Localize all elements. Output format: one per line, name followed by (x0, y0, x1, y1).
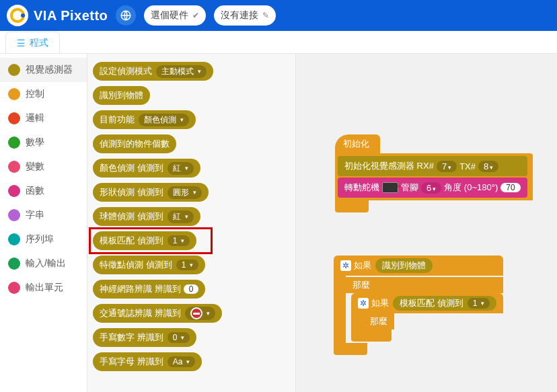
tab-program-label: 程式 (30, 37, 48, 49)
category-label: 輸出單元 (26, 282, 63, 294)
palette-block-6[interactable]: 球體偵測 偵測到紅▾ (93, 207, 200, 226)
block-dropdown[interactable]: 0▾ (168, 332, 190, 343)
then-row: 那麼 (346, 277, 503, 293)
vision-init-block[interactable]: 初始化視覺感測器 RX# 7▾ TX# 8▾ (338, 156, 527, 176)
hat-init[interactable]: 初始化 (335, 134, 380, 153)
category-label: 視覺感測器 (26, 64, 73, 76)
logic-stack[interactable]: ✲ 如果 識別到物體 那麼 ✲ 如果 模板匹配 偵測到 (334, 256, 503, 355)
block-label: 偵測到的物件個數 (100, 138, 170, 150)
category-7[interactable]: 序列埠 (0, 227, 87, 251)
category-5[interactable]: 函數 (0, 179, 87, 203)
inner-if[interactable]: ✲ 如果 模板匹配 偵測到 1▾ (351, 293, 503, 313)
vision-tx-dropdown[interactable]: 8▾ (478, 161, 498, 172)
palette-block-11[interactable]: 手寫數字 辨識到0▾ (93, 328, 196, 347)
servo-icon (382, 182, 398, 193)
if-block[interactable]: ✲ 如果 識別到物體 (334, 256, 503, 276)
block-label: 球體偵測 偵測到 (100, 210, 163, 223)
palette-block-8[interactable]: 特徵點偵測 偵測到1▾ (93, 256, 205, 274)
block-label: 特徵點偵測 偵測到 (100, 259, 172, 271)
tab-program[interactable]: ☰ 程式 (5, 32, 60, 53)
logo-icon (7, 5, 28, 26)
block-dropdown[interactable]: 顏色偵測▾ (139, 114, 189, 126)
palette-block-10[interactable]: 交通號誌辨識 辨識到▾ (93, 304, 222, 323)
connection-select[interactable]: 沒有連接 ✎ (214, 5, 276, 26)
palette-block-4[interactable]: 顏色偵測 偵測到紅▾ (93, 159, 200, 178)
block-dropdown[interactable]: 1▾ (176, 260, 199, 270)
category-1[interactable]: 控制 (0, 82, 87, 106)
category-0[interactable]: 視覺感測器 (0, 58, 87, 82)
category-6[interactable]: 字串 (0, 203, 87, 227)
category-sidebar: 視覺感測器控制邏輯數學變數函數字串序列埠輸入/輸出輸出單元 (0, 54, 87, 392)
category-dot (8, 282, 20, 294)
category-label: 數學 (26, 136, 44, 149)
block-dropdown[interactable]: 紅▾ (168, 210, 194, 223)
template-val-dropdown[interactable]: 1▾ (468, 298, 490, 309)
category-2[interactable]: 邏輯 (0, 106, 87, 130)
servo-block[interactable]: 轉動舵機 管腳 6▾ 角度 (0~180°) 70 (338, 178, 527, 198)
language-button[interactable] (116, 5, 136, 26)
block-dropdown[interactable]: 1▾ (168, 235, 190, 246)
block-oval[interactable]: 0 (184, 284, 199, 294)
palette-block-12[interactable]: 手寫字母 辨識到Aa▾ (93, 352, 202, 371)
category-label: 邏輯 (26, 112, 44, 124)
board-select[interactable]: 選個硬件 ✔ (144, 5, 206, 26)
board-select-label: 選個硬件 (151, 9, 188, 22)
if-label: 如果 (354, 260, 371, 272)
init-stack[interactable]: 初始化 初始化視覺感測器 RX# 7▾ TX# 8▾ 轉動舵機 管腳 (335, 134, 533, 212)
block-dropdown[interactable]: 主動模式▾ (156, 65, 207, 78)
category-dot (8, 112, 20, 124)
category-dot (8, 64, 20, 76)
block-label: 交通號誌辨識 辨識到 (100, 307, 181, 319)
no-entry-icon (190, 307, 202, 319)
layers-icon: ☰ (17, 38, 26, 48)
block-label: 模板匹配 偵測到 (100, 235, 163, 247)
servo-label: 轉動舵機 (344, 182, 379, 194)
block-label: 神經網路辨識 辨識到 (100, 283, 181, 295)
category-label: 字串 (26, 209, 44, 221)
category-8[interactable]: 輸入/輸出 (0, 251, 87, 276)
chevron-down-icon: ✔ (192, 11, 199, 20)
palette-block-3[interactable]: 偵測到的物件個數 (93, 134, 176, 153)
category-3[interactable]: 數學 (0, 130, 87, 155)
servo-pin-dropdown[interactable]: 6▾ (421, 182, 441, 194)
block-label: 目前功能 (100, 114, 135, 126)
palette-block-2[interactable]: 目前功能顏色偵測▾ (93, 110, 196, 129)
block-dropdown[interactable]: 圓形▾ (168, 186, 202, 199)
block-dropdown[interactable]: Aa▾ (168, 356, 196, 367)
category-dot (8, 209, 20, 221)
gear-icon[interactable]: ✲ (358, 298, 369, 309)
category-dot (8, 258, 20, 270)
block-dropdown[interactable]: 紅▾ (168, 162, 194, 175)
palette-block-5[interactable]: 形狀偵測 偵測到圓形▾ (93, 183, 209, 202)
category-dot (8, 161, 20, 173)
cond-template[interactable]: 模板匹配 偵測到 1▾ (393, 296, 496, 311)
servo-angle-label: 角度 (0~180°) (444, 182, 498, 194)
block-palette[interactable]: 設定偵測模式主動模式▾識別到物體目前功能顏色偵測▾偵測到的物件個數顏色偵測 偵測… (87, 54, 296, 392)
block-label: 手寫字母 辨識到 (100, 356, 163, 368)
then-label: 那麼 (352, 279, 370, 291)
palette-block-1[interactable]: 識別到物體 (93, 86, 150, 105)
vision-rx-dropdown[interactable]: 7▾ (437, 161, 457, 172)
category-9[interactable]: 輸出單元 (0, 276, 87, 300)
gear-icon[interactable]: ✲ (340, 260, 351, 271)
connection-label: 沒有連接 (221, 9, 258, 22)
block-label: 顏色偵測 偵測到 (100, 162, 163, 174)
category-label: 序列埠 (26, 233, 54, 245)
category-label: 輸入/輸出 (26, 258, 66, 270)
category-label: 變數 (26, 161, 44, 173)
hat-init-label: 初始化 (343, 138, 369, 150)
servo-angle-value[interactable]: 70 (500, 183, 520, 192)
palette-block-9[interactable]: 神經網路辨識 辨識到0 (93, 280, 205, 299)
inner-then-row: 那麼 (363, 313, 394, 329)
palette-block-7[interactable]: 模板匹配 偵測到1▾ (93, 231, 196, 250)
brand-text: VIA Pixetto (34, 8, 108, 24)
vision-tx-label: TX# (459, 161, 476, 171)
workspace-canvas[interactable]: 初始化 初始化視覺感測器 RX# 7▾ TX# 8▾ 轉動舵機 管腳 (296, 54, 557, 392)
palette-block-0[interactable]: 設定偵測模式主動模式▾ (93, 62, 213, 81)
block-dropdown[interactable]: ▾ (185, 307, 215, 320)
category-4[interactable]: 變數 (0, 155, 87, 179)
cond-detected[interactable]: 識別到物體 (375, 258, 433, 273)
category-dot (8, 136, 20, 149)
category-dot (8, 233, 20, 245)
vision-init-label: 初始化視覺感測器 RX# (344, 160, 434, 172)
